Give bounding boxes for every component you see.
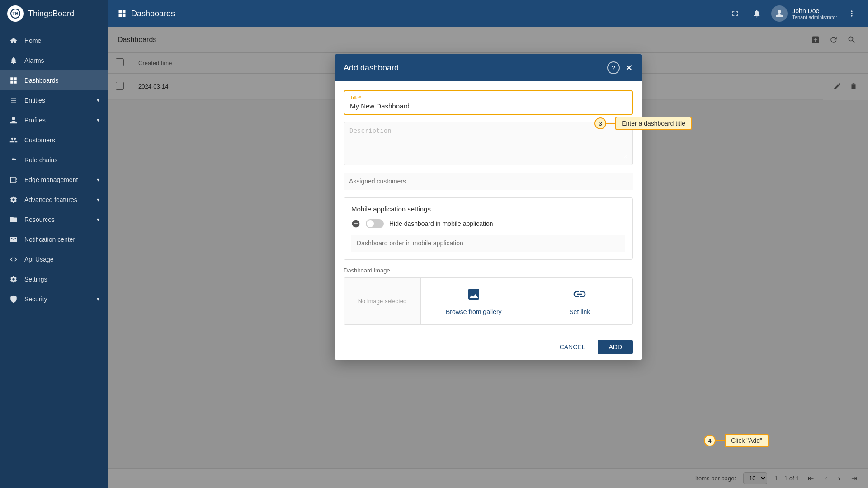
hide-dashboard-label: Hide dashboard in mobile application	[389, 220, 493, 227]
sidebar-label-customers: Customers	[24, 136, 99, 144]
more-options-button[interactable]	[844, 6, 859, 21]
app-name: ThingsBoard	[28, 9, 74, 19]
sidebar: TB ThingsBoard Home Alarms Dashboards	[0, 0, 108, 488]
user-name: John Doe	[792, 7, 837, 14]
description-field	[344, 122, 633, 165]
alarms-icon	[9, 56, 18, 65]
fullscreen-button[interactable]	[728, 6, 742, 21]
minus-toggle-icon	[351, 219, 360, 228]
sidebar-item-profiles[interactable]: Profiles ▾	[0, 110, 108, 130]
content-area: Dashboards	[108, 27, 868, 488]
edge-management-arrow-icon: ▾	[97, 177, 99, 183]
sidebar-item-edgemanagement[interactable]: Edge management ▾	[0, 170, 108, 190]
browse-gallery-icon	[467, 287, 481, 305]
sidebar-item-rulechains[interactable]: Rule chains	[0, 150, 108, 170]
sidebar-label-entities: Entities	[24, 97, 90, 104]
dashboards-icon	[9, 76, 18, 85]
sidebar-item-notificationcenter[interactable]: Notification center	[0, 230, 108, 249]
title-field: Title*	[344, 90, 633, 115]
svg-text:TB: TB	[12, 11, 18, 16]
topbar-title-area: Dashboards	[118, 9, 175, 19]
customers-icon	[9, 136, 18, 145]
topbar-actions: John Doe Tenant administrator	[728, 5, 859, 22]
sidebar-nav: Home Alarms Dashboards Entities ▾	[0, 27, 108, 488]
description-textarea[interactable]	[349, 127, 627, 159]
title-input[interactable]	[350, 102, 627, 110]
annotation-3-container: 3 Enter a dashboard title	[594, 117, 692, 130]
modal-overlay: Add dashboard ? ✕ Title*	[108, 27, 868, 488]
sidebar-item-resources[interactable]: Resources ▾	[0, 210, 108, 230]
sidebar-item-entities[interactable]: Entities ▾	[0, 90, 108, 110]
sidebar-item-apiusage[interactable]: Api Usage	[0, 249, 108, 269]
sidebar-label-apiusage: Api Usage	[24, 256, 99, 263]
resources-arrow-icon: ▾	[97, 216, 99, 223]
security-icon	[9, 295, 18, 304]
notification-center-icon	[9, 235, 18, 244]
user-role: Tenant administrator	[792, 14, 837, 20]
mobile-settings-section: Mobile application settings Hide dashboa…	[344, 197, 633, 260]
add-dashboard-modal: Add dashboard ? ✕ Title*	[335, 54, 642, 360]
dashboard-order-field	[351, 235, 625, 252]
set-link-icon	[572, 287, 587, 305]
security-arrow-icon: ▾	[97, 296, 99, 302]
rulechains-icon	[9, 155, 18, 164]
api-usage-icon	[9, 255, 18, 264]
annotation-3-line	[606, 123, 615, 124]
assigned-customers-input[interactable]	[349, 178, 627, 185]
entities-icon	[9, 96, 18, 105]
user-avatar	[771, 5, 788, 22]
hide-dashboard-toggle[interactable]	[366, 219, 384, 228]
sidebar-item-customers[interactable]: Customers	[0, 130, 108, 150]
dashboard-image-section: Dashboard image No image selected Browse…	[344, 267, 633, 325]
sidebar-item-dashboards[interactable]: Dashboards	[0, 70, 108, 90]
sidebar-label-advancedfeatures: Advanced features	[24, 196, 90, 203]
annotation-4-tooltip: Click "Add"	[725, 434, 769, 447]
modal-title: Add dashboard	[344, 63, 602, 73]
profiles-icon	[9, 116, 18, 125]
browse-gallery-label: Browse from gallery	[446, 308, 502, 315]
profiles-arrow-icon: ▾	[97, 117, 99, 123]
main-content: Dashboards John Doe Tenant administrator	[108, 0, 868, 488]
edge-management-icon	[9, 175, 18, 184]
set-link-button[interactable]: Set link	[527, 278, 633, 324]
annotation-3-tooltip: Enter a dashboard title	[615, 117, 692, 130]
cancel-button[interactable]: Cancel	[552, 340, 593, 354]
logo-icon: TB	[7, 5, 24, 22]
title-label: Title*	[350, 95, 627, 100]
hide-dashboard-toggle-row: Hide dashboard in mobile application	[351, 219, 625, 228]
resources-icon	[9, 215, 18, 224]
sidebar-label-edgemanagement: Edge management	[24, 176, 90, 183]
browse-from-gallery-button[interactable]: Browse from gallery	[421, 278, 527, 324]
sidebar-item-security[interactable]: Security ▾	[0, 289, 108, 309]
modal-close-button[interactable]: ✕	[625, 62, 633, 73]
sidebar-label-notificationcenter: Notification center	[24, 236, 99, 243]
dashboard-order-input[interactable]	[357, 239, 620, 247]
annotation-4-container: 4 Click "Add"	[704, 434, 769, 447]
image-section-grid: No image selected Browse from gallery	[344, 277, 633, 325]
sidebar-item-advancedfeatures[interactable]: Advanced features ▾	[0, 190, 108, 210]
assigned-customers-field	[344, 173, 633, 190]
sidebar-item-alarms[interactable]: Alarms	[0, 51, 108, 70]
annotation-4-line	[716, 440, 725, 441]
sidebar-label-alarms: Alarms	[24, 57, 99, 64]
notifications-button[interactable]	[750, 6, 764, 21]
settings-icon	[9, 275, 18, 284]
sidebar-label-resources: Resources	[24, 216, 90, 223]
mobile-settings-title: Mobile application settings	[351, 205, 625, 213]
topbar: Dashboards John Doe Tenant administrator	[108, 0, 868, 27]
dashboards-topbar-icon	[118, 9, 127, 18]
add-button[interactable]: Add	[598, 340, 633, 354]
set-link-label: Set link	[569, 308, 590, 315]
no-image-placeholder: No image selected	[344, 278, 421, 324]
modal-footer: Cancel Add	[335, 334, 642, 360]
entities-arrow-icon: ▾	[97, 97, 99, 103]
sidebar-label-rulechains: Rule chains	[24, 156, 99, 164]
no-image-text: No image selected	[358, 298, 407, 305]
sidebar-item-settings[interactable]: Settings	[0, 269, 108, 289]
modal-help-button[interactable]: ?	[607, 61, 620, 74]
annotation-4-number: 4	[704, 435, 716, 446]
sidebar-item-home[interactable]: Home	[0, 31, 108, 51]
user-info: John Doe Tenant administrator	[771, 5, 837, 22]
sidebar-label-security: Security	[24, 296, 90, 303]
advanced-features-arrow-icon: ▾	[97, 197, 99, 203]
